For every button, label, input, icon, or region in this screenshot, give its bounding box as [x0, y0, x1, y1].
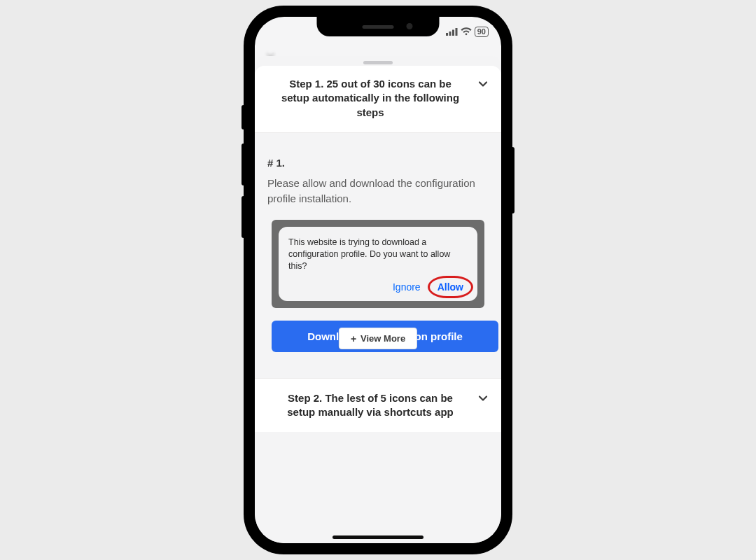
svg-rect-0 — [446, 33, 448, 36]
volume-down-button — [241, 196, 245, 238]
wifi-icon — [461, 27, 472, 36]
speaker-grille — [363, 25, 394, 29]
svg-rect-3 — [455, 28, 457, 36]
highlight-circle — [428, 276, 473, 298]
front-camera — [407, 23, 413, 29]
step1-header[interactable]: Step 1. 25 out of 30 icons can be setup … — [255, 66, 501, 133]
svg-rect-2 — [452, 29, 454, 36]
phone-screen: 90 ✕ Step 1. 25 out of 30 icons can be s… — [255, 17, 501, 543]
substep1-text: Please allow and download the configurat… — [267, 176, 489, 207]
svg-rect-1 — [449, 31, 451, 36]
step1-body: # 1. Please allow and download the confi… — [255, 133, 501, 433]
step1-title: Step 1. 25 out of 30 icons can be setup … — [276, 77, 465, 120]
dialog-message: This website is trying to download a con… — [288, 237, 468, 272]
home-indicator[interactable] — [332, 536, 424, 539]
bottom-sheet: Step 1. 25 out of 30 icons can be setup … — [255, 56, 501, 543]
dialog-allow-button: Allow — [433, 280, 468, 294]
chevron-down-icon — [477, 393, 489, 407]
cellular-signal-icon — [446, 28, 458, 36]
stage: 90 ✕ Step 1. 25 out of 30 icons can be s… — [0, 0, 756, 560]
step2-title: Step 2. The lest of 5 icons can be setup… — [276, 391, 465, 420]
dialog-actions: Ignore Allow — [288, 280, 468, 294]
step2-header[interactable]: Step 2. The lest of 5 icons can be setup… — [255, 378, 501, 433]
mute-switch — [241, 105, 245, 130]
phone-mockup: 90 ✕ Step 1. 25 out of 30 icons can be s… — [245, 7, 511, 553]
plus-icon: + — [351, 334, 356, 344]
view-more-button[interactable]: + View More — [339, 328, 417, 349]
battery-indicator: 90 — [475, 27, 489, 37]
dialog-ignore-button: Ignore — [393, 281, 421, 293]
example-dialog: This website is trying to download a con… — [279, 227, 477, 302]
chevron-down-icon — [477, 78, 489, 92]
example-dialog-frame: This website is trying to download a con… — [272, 220, 484, 309]
power-button — [511, 147, 514, 214]
sheet-grabber[interactable] — [363, 61, 393, 64]
volume-up-button — [241, 144, 245, 186]
view-more-label: View More — [360, 333, 405, 344]
substep1-number: # 1. — [267, 157, 489, 169]
notch — [317, 17, 440, 36]
